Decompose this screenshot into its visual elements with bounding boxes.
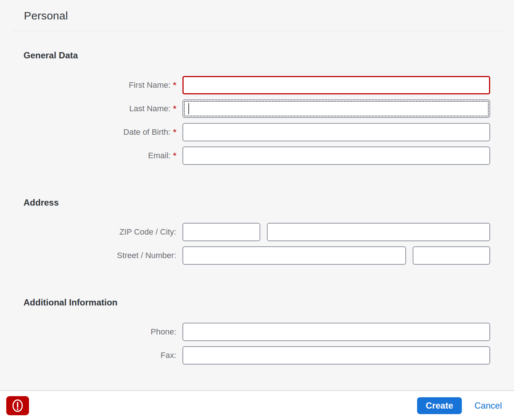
email-input[interactable] <box>182 146 490 165</box>
date-of-birth-label: Date of Birth:* <box>0 123 176 141</box>
street-number-label-text: Street / Number: <box>117 251 176 260</box>
message-error-icon <box>11 398 24 413</box>
form-row-first-name: First Name:* <box>0 76 514 94</box>
zip-code-input[interactable] <box>182 223 260 241</box>
form-row-phone: Phone: <box>0 323 514 341</box>
messages-error-button[interactable] <box>6 396 29 415</box>
street-input[interactable] <box>182 246 406 265</box>
zip-city-label-text: ZIP Code / City: <box>119 227 176 236</box>
first-name-label-text: First Name: <box>129 80 171 90</box>
form-row-zip-city: ZIP Code / City: <box>0 223 514 241</box>
section-title-address: Address <box>23 198 514 208</box>
form-row-date-of-birth: Date of Birth:* <box>0 123 514 141</box>
last-name-label: Last Name:* <box>0 99 176 118</box>
section-title-additional-information: Additional Information <box>23 297 514 308</box>
email-label-text: Email: <box>148 151 170 160</box>
city-input[interactable] <box>267 223 490 241</box>
street-number-input-box <box>182 246 490 265</box>
street-number-label: Street / Number: <box>0 246 176 265</box>
fax-input[interactable] <box>182 346 490 365</box>
number-input[interactable] <box>413 246 490 265</box>
last-name-input[interactable] <box>182 99 490 118</box>
dialog-header: Personal <box>0 0 514 31</box>
form-row-street-number: Street / Number: <box>0 246 514 265</box>
form-row-email: Email:* <box>0 146 514 165</box>
fax-label-text: Fax: <box>160 351 176 360</box>
phone-label: Phone: <box>0 323 176 341</box>
email-input-box <box>182 146 490 165</box>
general-data-rows: First Name:* Last Name:* Date of Birth:*… <box>0 76 514 165</box>
required-asterisk: * <box>173 151 176 160</box>
header-divider <box>12 31 502 31</box>
form-content: General Data First Name:* Last Name:* Da… <box>0 31 514 390</box>
first-name-input[interactable] <box>182 76 490 94</box>
phone-input[interactable] <box>182 323 490 341</box>
fax-label: Fax: <box>0 346 176 365</box>
cancel-button[interactable]: Cancel <box>474 401 502 411</box>
date-of-birth-input[interactable] <box>182 123 490 141</box>
email-label: Email:* <box>0 146 176 165</box>
phone-label-text: Phone: <box>151 327 176 336</box>
create-button[interactable]: Create <box>417 397 462 414</box>
first-name-input-box <box>182 76 490 94</box>
zip-city-label: ZIP Code / City: <box>0 223 176 241</box>
last-name-input-box <box>182 99 490 118</box>
page-title: Personal <box>24 10 68 22</box>
address-rows: ZIP Code / City: Street / Number: <box>0 223 514 265</box>
required-asterisk: * <box>173 104 176 113</box>
section-title-general-data: General Data <box>23 50 514 61</box>
dialog-footer: Create Cancel <box>0 390 514 420</box>
date-of-birth-input-box <box>182 123 490 141</box>
last-name-label-text: Last Name: <box>129 104 171 113</box>
zip-city-input-box <box>182 223 490 241</box>
first-name-label: First Name:* <box>0 76 176 94</box>
required-asterisk: * <box>173 127 176 137</box>
form-row-last-name: Last Name:* <box>0 99 514 118</box>
fax-input-box <box>182 346 490 365</box>
form-row-fax: Fax: <box>0 346 514 365</box>
additional-information-rows: Phone: Fax: <box>0 323 514 365</box>
date-of-birth-label-text: Date of Birth: <box>123 127 170 137</box>
phone-input-box <box>182 323 490 341</box>
required-asterisk: * <box>173 80 176 90</box>
